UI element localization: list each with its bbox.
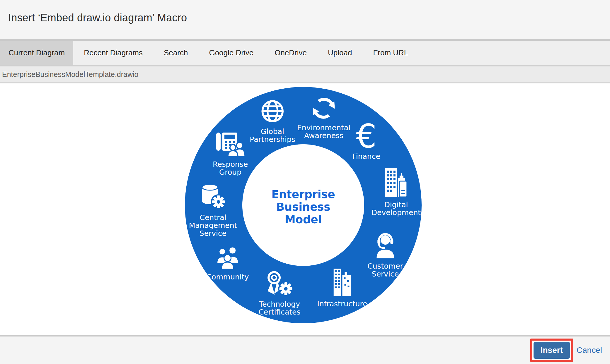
diagram-item-label: Customer Service	[367, 262, 403, 278]
tab-recent-diagrams[interactable]: Recent Diagrams	[73, 41, 153, 65]
buildings-server-icon	[385, 168, 407, 197]
diagram-item-label: Response Group	[213, 160, 248, 176]
dialog-header: Insert ‘Embed draw.io diagram’ Macro	[0, 0, 610, 39]
diagram-item-central-management-service: Central Management Service	[189, 184, 237, 237]
diagram-item-label: Environmental Awareness	[297, 124, 350, 140]
tab-current-diagram[interactable]: Current Diagram	[0, 41, 73, 65]
ribbon-gear-icon	[265, 271, 294, 296]
diagram-item-label: Infrastructure	[317, 300, 367, 308]
insert-highlight-annotation: Insert	[530, 339, 573, 362]
tab-search[interactable]: Search	[153, 41, 198, 65]
diagram-item-customer-service: Customer Service	[367, 232, 403, 278]
diagram-item-label: Digital Development	[372, 201, 421, 217]
diagram-item-finance: € Finance	[352, 123, 381, 160]
dialog-footer: Insert Cancel	[0, 335, 610, 364]
tab-google-drive[interactable]: Google Drive	[198, 41, 264, 65]
diagram-item-community: Community	[207, 245, 249, 281]
cancel-link[interactable]: Cancel	[577, 346, 602, 355]
diagram-item-label: Central Management Service	[189, 214, 237, 237]
diagram-preview: Enterprise Business Model Global Partner…	[0, 83, 610, 335]
filename-bar: EnterpriseBusinessModelTemplate.drawio	[0, 65, 610, 83]
diagram-item-label: Finance	[352, 152, 381, 160]
diagram-item-label: Technology Certificates	[259, 300, 301, 316]
building-icon	[333, 269, 351, 296]
diagram-item-label: Community	[207, 273, 249, 281]
headset-person-icon	[374, 232, 396, 258]
phone-people-icon	[216, 131, 244, 157]
diagram-item-technology-certificates: Technology Certificates	[259, 271, 301, 316]
euro-icon: €	[352, 123, 381, 149]
diagram-item-response-group: Response Group	[213, 131, 248, 176]
diagram-item-environmental-awareness: Environmental Awareness	[297, 97, 350, 140]
tab-upload[interactable]: Upload	[317, 41, 362, 65]
database-gear-icon	[200, 184, 226, 210]
globe-icon	[260, 99, 285, 124]
diagram-item-global-partnerships: Global Partnerships	[250, 99, 295, 143]
filename-label: EnterpriseBusinessModelTemplate.drawio	[2, 70, 139, 79]
tab-onedrive[interactable]: OneDrive	[264, 41, 317, 65]
diagram-item-label: Global Partnerships	[250, 128, 295, 143]
dialog-title: Insert ‘Embed draw.io diagram’ Macro	[8, 12, 187, 24]
recycle-arrows-icon	[312, 97, 335, 120]
diagram-item-digital-development: Digital Development	[372, 168, 421, 217]
insert-button[interactable]: Insert	[534, 342, 570, 359]
diagram-item-infrastructure: Infrastructure	[317, 269, 367, 308]
tab-from-url[interactable]: From URL	[362, 41, 419, 65]
diagram-center-title: Enterprise Business Model	[242, 188, 365, 226]
tab-bar: Current Diagram Recent Diagrams Search G…	[0, 41, 610, 65]
people-group-icon	[216, 245, 239, 269]
